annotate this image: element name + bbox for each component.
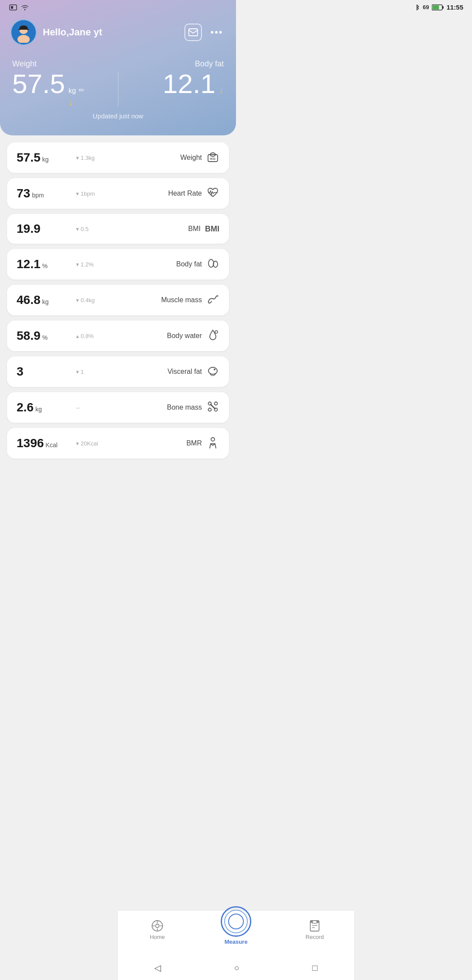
stats-divider — [118, 72, 118, 107]
bodyfat-value-row: 12.1 ↓ — [125, 70, 224, 97]
metric-unit: % — [42, 262, 48, 269]
metric-card[interactable]: 73bpm▾ 1bpmHeart Rate — [7, 178, 229, 209]
metric-unit: kg — [42, 156, 49, 163]
status-bar: 69 11:55 — [0, 0, 236, 13]
weight-value-row: 57.5 kg ✏ ↓ — [12, 70, 111, 108]
user-name: Hello,Jane yt — [43, 27, 102, 38]
svg-text:KG: KG — [210, 157, 215, 161]
metric-change: ▾ 1 — [69, 369, 167, 375]
metric-right: BMIBMI — [188, 224, 219, 234]
metric-value: 3 — [17, 365, 24, 379]
metric-right: Body water — [167, 328, 219, 343]
metric-type-icon — [206, 400, 219, 415]
stats-row: Weight 57.5 kg ✏ ↓ Body fat 12.1 — [12, 59, 224, 108]
metric-value: 46.8 — [17, 293, 41, 307]
metric-right: WeightKG — [180, 150, 219, 165]
metric-main: 57.5kg — [17, 151, 69, 165]
metric-value: 19.9 — [17, 222, 41, 236]
weight-label: Weight — [12, 59, 111, 69]
stats-section: Weight 57.5 kg ✏ ↓ Body fat 12.1 — [0, 52, 236, 123]
metric-change: ▾ 20Kcal — [69, 440, 186, 447]
weight-block: Weight 57.5 kg ✏ ↓ — [12, 59, 111, 108]
status-left — [9, 4, 30, 11]
metric-name: Body water — [167, 332, 202, 340]
bodyfat-trend-icon: ↓ — [219, 84, 224, 96]
metric-unit: kg — [42, 298, 49, 305]
updated-text: Updated just now — [12, 112, 224, 120]
metric-value: 1396 — [17, 436, 44, 450]
metric-right: Heart Rate — [168, 186, 219, 201]
metric-right: Bone mass — [167, 400, 219, 415]
metric-type-icon — [206, 257, 219, 272]
svg-rect-1 — [11, 6, 13, 9]
metric-card[interactable]: 58.9%▴ 0.8%Body water — [7, 321, 229, 351]
header: Hello,Jane yt ••• Weight 57.5 — [0, 0, 236, 135]
svg-point-6 — [17, 35, 30, 43]
metric-right: Visceral fat — [167, 364, 219, 379]
metric-name: Visceral fat — [167, 368, 202, 376]
svg-point-13 — [208, 259, 214, 267]
metric-main: 73bpm — [17, 186, 69, 200]
wifi-icon — [20, 4, 30, 11]
metric-unit: kg — [35, 406, 42, 413]
metric-change: ▾ 0.4kg — [69, 297, 161, 304]
metric-main: 12.1% — [17, 257, 69, 271]
metric-name: BMI — [188, 225, 201, 233]
metrics-list: 57.5kg▾ 1.3kgWeightKG73bpm▾ 1bpmHeart Ra… — [0, 135, 236, 502]
metric-main: 19.9 — [17, 222, 69, 236]
weight-trend-icon: ↓ — [69, 97, 84, 108]
metric-name: Muscle mass — [161, 296, 202, 304]
svg-point-17 — [214, 369, 215, 370]
svg-rect-7 — [18, 29, 20, 30]
svg-point-23 — [211, 438, 215, 441]
metric-unit: Kcal — [45, 442, 57, 449]
metric-main: 3 — [17, 365, 69, 379]
bodyfat-label: Body fat — [125, 59, 224, 69]
metric-right: Muscle mass — [161, 293, 219, 307]
mail-button[interactable] — [184, 24, 202, 41]
bodyfat-value: 12.1 — [163, 70, 215, 97]
metric-right: BMR — [186, 436, 219, 451]
metric-change: -- — [69, 404, 167, 411]
metric-card[interactable]: 46.8kg▾ 0.4kgMuscle mass — [7, 285, 229, 315]
metric-unit: bpm — [32, 192, 44, 199]
weight-value: 57.5 — [12, 70, 65, 97]
metric-card[interactable]: 1396Kcal▾ 20KcalBMR — [7, 428, 229, 459]
bodyfat-block: Body fat 12.1 ↓ — [125, 59, 224, 97]
metric-type-icon — [206, 364, 219, 379]
edit-icon[interactable]: ✏ — [79, 86, 84, 94]
sim-icon — [9, 4, 17, 11]
avatar — [10, 19, 37, 45]
metric-name: BMR — [186, 439, 202, 447]
metric-card[interactable]: 12.1%▾ 1.2%Body fat — [7, 249, 229, 280]
metric-change: ▾ 1bpm — [69, 190, 168, 197]
metric-change: ▾ 1.2% — [69, 261, 176, 268]
metric-card[interactable]: 2.6kg--Bone mass — [7, 392, 229, 423]
metric-type-icon: BMI — [205, 224, 219, 234]
metric-type-icon: KG — [206, 150, 219, 165]
metric-value: 2.6 — [17, 400, 34, 414]
metric-unit: % — [42, 334, 48, 341]
metric-main: 58.9% — [17, 329, 69, 343]
metric-main: 1396Kcal — [17, 436, 69, 450]
metric-card[interactable]: 3▾ 1Visceral fat — [7, 356, 229, 387]
metric-name: Body fat — [176, 260, 202, 268]
more-button[interactable]: ••• — [208, 24, 226, 41]
svg-line-18 — [211, 404, 215, 409]
metric-type-icon — [206, 293, 219, 307]
metric-card[interactable]: 57.5kg▾ 1.3kgWeightKG — [7, 142, 229, 173]
weight-unit: kg — [69, 87, 76, 95]
metric-name: Bone mass — [167, 404, 202, 411]
metric-card[interactable]: 19.9▾ 0.5BMIBMI — [7, 214, 229, 244]
svg-rect-8 — [27, 29, 29, 30]
metric-change: ▾ 1.3kg — [69, 155, 180, 161]
metric-type-icon — [206, 186, 219, 201]
metric-change: ▾ 0.5 — [69, 226, 188, 232]
svg-point-19 — [208, 402, 212, 405]
svg-point-21 — [208, 408, 212, 411]
metric-value: 58.9 — [17, 329, 41, 343]
svg-rect-9 — [189, 29, 198, 36]
user-profile[interactable]: Hello,Jane yt — [10, 19, 102, 45]
metric-value: 12.1 — [17, 257, 41, 271]
metric-type-icon — [206, 436, 219, 451]
